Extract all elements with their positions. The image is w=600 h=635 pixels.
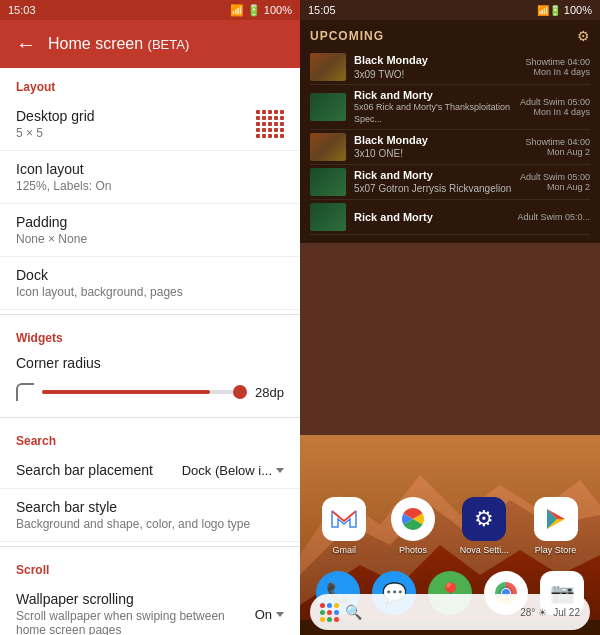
page-title-beta: (BETA) <box>148 37 190 52</box>
dock-label: Dock <box>16 267 284 283</box>
show-thumb-3 <box>310 168 346 196</box>
slider-value: 28dp <box>248 385 284 400</box>
show-item-3: Rick and Morty 5x07 Gotron Jerrysis Rick… <box>310 165 590 200</box>
wallpaper-scrolling-sublabel: Scroll wallpaper when swiping between ho… <box>16 609 255 635</box>
show-info-1: Rick and Morty 5x06 Rick and Morty's Tha… <box>354 88 520 126</box>
setting-dock[interactable]: Dock Icon layout, background, pages <box>0 257 300 310</box>
google-dots-icon <box>320 603 339 622</box>
section-widgets: Widgets <box>0 319 300 349</box>
time-left: 15:03 <box>8 4 36 16</box>
show-item-4: Rick and Morty Adult Swim 05:0... <box>310 200 590 235</box>
show-info-4: Rick and Morty <box>354 210 517 224</box>
app-gmail[interactable]: Gmail <box>322 497 366 555</box>
setting-padding[interactable]: Padding None × None <box>0 204 300 257</box>
show-info-0: Black Monday 3x09 TWO! <box>354 53 525 80</box>
status-bar-right: 15:05 📶🔋 100% <box>300 0 600 20</box>
nova-icon: ⚙ <box>462 497 506 541</box>
nova-label: Nova Setti... <box>460 545 509 555</box>
search-placement-label: Search bar placement <box>16 462 182 478</box>
app-playstore[interactable]: Play Store <box>534 497 578 555</box>
desktop-grid-label: Desktop grid <box>16 108 256 124</box>
weather-info: 28° ☀ <box>520 607 547 618</box>
setting-icon-layout[interactable]: Icon layout 125%, Labels: On <box>0 151 300 204</box>
padding-value: None × None <box>16 232 284 246</box>
setting-search-placement[interactable]: Search bar placement Dock (Below i... <box>0 452 300 489</box>
setting-wallpaper-scrolling[interactable]: Wallpaper scrolling Scroll wallpaper whe… <box>0 581 300 635</box>
wallpaper-scrolling-value: On <box>255 607 272 622</box>
time-right: 15:05 <box>308 4 336 16</box>
show-thumb-4 <box>310 203 346 231</box>
icon-layout-label: Icon layout <box>16 161 284 177</box>
settings-header: ← Home screen (BETA) <box>0 20 300 68</box>
show-info-2: Black Monday 3x10 ONE! <box>354 133 525 160</box>
slider-track[interactable] <box>42 390 240 394</box>
search-lens-icon: 🔍 <box>345 604 362 620</box>
wallpaper-scrolling-label: Wallpaper scrolling <box>16 591 255 607</box>
grid-icon <box>256 110 284 138</box>
homescreen-preview: 15:05 📶🔋 100% UPCOMING ⚙ Black Monday 3x… <box>300 0 600 635</box>
padding-label: Padding <box>16 214 284 230</box>
icon-layout-value: 125%, Labels: On <box>16 179 284 193</box>
section-layout: Layout <box>0 68 300 98</box>
desktop-grid-value: 5 × 5 <box>16 126 256 140</box>
photos-label: Photos <box>399 545 427 555</box>
show-thumb-1 <box>310 93 346 121</box>
upcoming-widget: UPCOMING ⚙ Black Monday 3x09 TWO! Showti… <box>300 20 600 243</box>
date-info: Jul 22 <box>553 607 580 618</box>
status-icons-left: 📶 🔋 100% <box>230 4 292 17</box>
dock-value: Icon layout, background, pages <box>16 285 284 299</box>
gmail-icon <box>322 497 366 541</box>
show-item-2: Black Monday 3x10 ONE! Showtime 04:00 Mo… <box>310 130 590 165</box>
slider-fill <box>42 390 210 394</box>
gear-icon[interactable]: ⚙ <box>577 28 590 44</box>
home-search-bar[interactable]: 🔍 28° ☀ Jul 22 <box>310 594 590 630</box>
section-scroll: Scroll <box>0 551 300 581</box>
show-thumb-0 <box>310 53 346 81</box>
search-style-label: Search bar style <box>16 499 284 515</box>
settings-content: Layout Desktop grid 5 × 5 Icon layout 12… <box>0 68 300 635</box>
show-info-3: Rick and Morty 5x07 Gotron Jerrysis Rick… <box>354 168 520 195</box>
corner-radius-icon <box>16 383 34 401</box>
search-placement-value: Dock (Below i... <box>182 463 272 478</box>
wallpaper-area: Gmail Photos ⚙ Nova Set <box>300 243 600 635</box>
page-title: Home screen (BETA) <box>48 35 189 53</box>
search-style-value: Background and shape, color, and logo ty… <box>16 517 284 531</box>
corner-radius-label-row: Corner radius <box>0 349 300 375</box>
show-meta-0: Showtime 04:00 Mon In 4 days <box>525 57 590 77</box>
show-item-1: Rick and Morty 5x06 Rick and Morty's Tha… <box>310 85 590 130</box>
playstore-label: Play Store <box>535 545 577 555</box>
app-photos[interactable]: Photos <box>391 497 435 555</box>
show-thumb-2 <box>310 133 346 161</box>
playstore-icon <box>534 497 578 541</box>
corner-radius-slider[interactable]: 28dp <box>0 375 300 413</box>
battery-right: 100% <box>564 4 592 16</box>
scroll-chevron-icon <box>276 612 284 617</box>
chevron-down-icon <box>276 468 284 473</box>
gmail-label: Gmail <box>333 545 357 555</box>
upcoming-header: UPCOMING ⚙ <box>310 28 590 44</box>
back-button[interactable]: ← <box>16 33 36 56</box>
show-meta-1: Adult Swim 05:00 Mon In 4 days <box>520 97 590 117</box>
section-search: Search <box>0 422 300 452</box>
app-nova[interactable]: ⚙ Nova Setti... <box>460 497 509 555</box>
upcoming-title: UPCOMING <box>310 29 384 43</box>
battery-left: 100% <box>264 4 292 16</box>
setting-desktop-grid[interactable]: Desktop grid 5 × 5 <box>0 98 300 151</box>
settings-panel: 15:03 📶 🔋 100% ← Home screen (BETA) Layo… <box>0 0 300 635</box>
show-meta-2: Showtime 04:00 Mon Aug 2 <box>525 137 590 157</box>
show-meta-3: Adult Swim 05:00 Mon Aug 2 <box>520 172 590 192</box>
corner-radius-label: Corner radius <box>16 355 284 371</box>
show-item-0: Black Monday 3x09 TWO! Showtime 04:00 Mo… <box>310 50 590 85</box>
status-icons-right: 📶🔋 100% <box>537 4 592 16</box>
photos-icon <box>391 497 435 541</box>
app-grid-row1: Gmail Photos ⚙ Nova Set <box>300 497 600 555</box>
status-bar-left: 15:03 📶 🔋 100% <box>0 0 300 20</box>
setting-search-style[interactable]: Search bar style Background and shape, c… <box>0 489 300 542</box>
svg-rect-5 <box>331 509 357 529</box>
slider-thumb[interactable] <box>233 385 247 399</box>
show-meta-4: Adult Swim 05:0... <box>517 212 590 222</box>
